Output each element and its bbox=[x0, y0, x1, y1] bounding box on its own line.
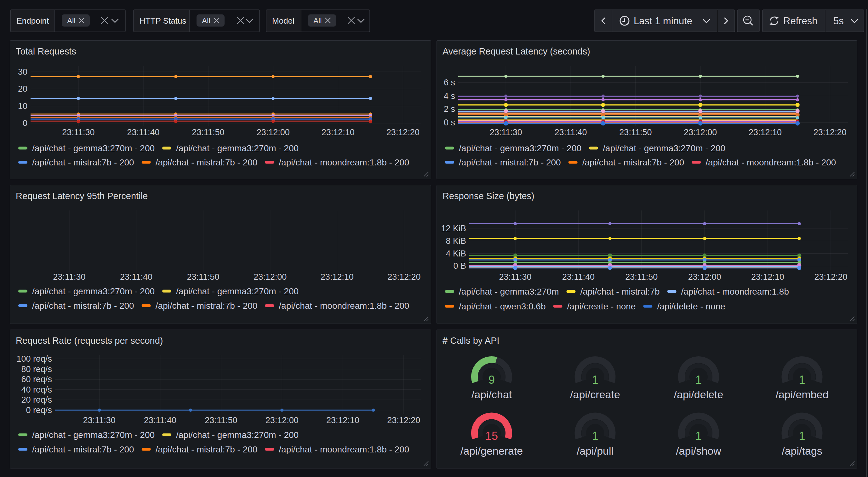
svg-text:/api/chat - gemma3:270m - 200: /api/chat - gemma3:270m - 200 bbox=[32, 430, 155, 440]
svg-text:0 s: 0 s bbox=[444, 118, 455, 127]
svg-text:1: 1 bbox=[592, 374, 598, 386]
svg-text:12 KiB: 12 KiB bbox=[441, 224, 466, 233]
svg-text:23:12:00: 23:12:00 bbox=[257, 128, 290, 137]
svg-text:/api/chat - gemma3:270m - 200: /api/chat - gemma3:270m - 200 bbox=[176, 430, 299, 440]
svg-text:5s: 5s bbox=[833, 16, 844, 27]
svg-text:/api/show: /api/show bbox=[676, 445, 721, 457]
svg-text:Average Request Latency (secon: Average Request Latency (seconds) bbox=[442, 46, 590, 56]
svg-text:23:11:50: 23:11:50 bbox=[205, 416, 237, 425]
svg-text:/api/chat - moondream:1.8b - 2: /api/chat - moondream:1.8b - 200 bbox=[279, 301, 409, 311]
svg-text:/api/chat - mistral:7b: /api/chat - mistral:7b bbox=[581, 287, 660, 296]
svg-text:23:12:20: 23:12:20 bbox=[387, 416, 420, 425]
svg-text:4 s: 4 s bbox=[444, 91, 455, 101]
svg-text:23:12:00: 23:12:00 bbox=[266, 416, 299, 425]
svg-text:1: 1 bbox=[799, 374, 805, 386]
svg-text:23:11:30: 23:11:30 bbox=[53, 272, 85, 282]
svg-text:15: 15 bbox=[485, 429, 498, 442]
svg-text:23:11:50: 23:11:50 bbox=[192, 128, 224, 137]
svg-text:23:12:20: 23:12:20 bbox=[388, 272, 421, 282]
svg-text:30: 30 bbox=[18, 67, 27, 77]
svg-text:23:11:50: 23:11:50 bbox=[619, 128, 652, 137]
svg-text:23:12:20: 23:12:20 bbox=[386, 128, 420, 137]
svg-text:23:11:30: 23:11:30 bbox=[499, 272, 531, 282]
svg-text:/api/chat - gemma3:270m: /api/chat - gemma3:270m bbox=[459, 287, 559, 296]
svg-text:/api/chat - gemma3:270m - 200: /api/chat - gemma3:270m - 200 bbox=[603, 143, 725, 153]
svg-text:20: 20 bbox=[18, 84, 27, 94]
svg-text:1: 1 bbox=[695, 374, 702, 386]
svg-text:23:11:40: 23:11:40 bbox=[127, 128, 159, 137]
svg-text:/api/embed: /api/embed bbox=[775, 388, 828, 400]
svg-text:Last 1 minute: Last 1 minute bbox=[634, 16, 692, 27]
svg-text:23:12:20: 23:12:20 bbox=[814, 272, 847, 282]
svg-text:/api/chat - mistral:7b - 200: /api/chat - mistral:7b - 200 bbox=[32, 301, 134, 311]
svg-text:23:11:30: 23:11:30 bbox=[490, 128, 522, 137]
svg-text:All: All bbox=[67, 17, 75, 25]
svg-text:0 req/s: 0 req/s bbox=[26, 406, 52, 415]
svg-text:23:12:00: 23:12:00 bbox=[253, 272, 287, 282]
svg-text:9: 9 bbox=[489, 374, 495, 386]
svg-text:40 req/s: 40 req/s bbox=[21, 385, 52, 394]
svg-text:# Calls by API: # Calls by API bbox=[442, 335, 499, 346]
svg-text:23:12:20: 23:12:20 bbox=[813, 128, 846, 137]
svg-text:80 req/s: 80 req/s bbox=[21, 364, 52, 374]
svg-text:/api/create - none: /api/create - none bbox=[567, 301, 636, 311]
svg-text:Request Latency 95th Percentil: Request Latency 95th Percentile bbox=[16, 191, 148, 201]
svg-text:Response Size (bytes): Response Size (bytes) bbox=[442, 191, 534, 201]
svg-text:8 KiB: 8 KiB bbox=[446, 236, 466, 246]
svg-text:/api/chat - gemma3:270m - 200: /api/chat - gemma3:270m - 200 bbox=[176, 287, 299, 296]
svg-text:23:12:10: 23:12:10 bbox=[751, 272, 784, 282]
svg-text:/api/chat - moondream:1.8b - 2: /api/chat - moondream:1.8b - 200 bbox=[279, 445, 409, 454]
svg-text:/api/chat - moondream:1.8b: /api/chat - moondream:1.8b bbox=[681, 287, 789, 296]
svg-text:23:12:00: 23:12:00 bbox=[684, 128, 717, 137]
svg-text:20 req/s: 20 req/s bbox=[21, 395, 52, 405]
svg-text:0: 0 bbox=[23, 118, 27, 128]
svg-text:/api/delete - none: /api/delete - none bbox=[657, 301, 725, 311]
svg-text:/api/chat - gemma3:270m - 200: /api/chat - gemma3:270m - 200 bbox=[32, 143, 155, 153]
svg-text:/api/chat - mistral:7b - 200: /api/chat - mistral:7b - 200 bbox=[156, 301, 258, 311]
svg-text:23:11:40: 23:11:40 bbox=[120, 272, 152, 282]
svg-text:23:11:40: 23:11:40 bbox=[562, 272, 595, 282]
svg-text:All: All bbox=[313, 17, 322, 25]
svg-text:/api/chat - mistral:7b - 200: /api/chat - mistral:7b - 200 bbox=[32, 445, 134, 454]
svg-text:23:11:40: 23:11:40 bbox=[555, 128, 587, 137]
svg-text:/api/chat - qwen3:0.6b: /api/chat - qwen3:0.6b bbox=[459, 301, 546, 311]
svg-text:All: All bbox=[202, 17, 210, 25]
svg-text:/api/chat - moondream:1.8b - 2: /api/chat - moondream:1.8b - 200 bbox=[279, 157, 409, 167]
svg-text:23:12:10: 23:12:10 bbox=[749, 128, 782, 137]
svg-text:Request Rate (requests per sec: Request Rate (requests per second) bbox=[16, 335, 163, 346]
svg-text:1: 1 bbox=[695, 429, 702, 442]
svg-text:/api/chat - moondream:1.8b - 2: /api/chat - moondream:1.8b - 200 bbox=[706, 157, 836, 167]
svg-text:4 KiB: 4 KiB bbox=[446, 249, 466, 258]
svg-text:/api/generate: /api/generate bbox=[461, 445, 523, 457]
svg-text:Endpoint: Endpoint bbox=[17, 16, 49, 26]
svg-text:1: 1 bbox=[592, 429, 598, 442]
svg-text:/api/chat - gemma3:270m - 200: /api/chat - gemma3:270m - 200 bbox=[459, 143, 581, 153]
svg-text:/api/chat - mistral:7b - 200: /api/chat - mistral:7b - 200 bbox=[156, 157, 258, 167]
svg-text:/api/create: /api/create bbox=[570, 388, 620, 400]
svg-text:Model: Model bbox=[272, 16, 294, 26]
svg-text:23:11:50: 23:11:50 bbox=[625, 272, 658, 282]
svg-text:/api/chat - gemma3:270m - 200: /api/chat - gemma3:270m - 200 bbox=[32, 287, 155, 296]
svg-text:0 B: 0 B bbox=[453, 261, 466, 271]
svg-text:23:12:10: 23:12:10 bbox=[321, 128, 354, 137]
svg-text:23:11:40: 23:11:40 bbox=[144, 416, 176, 425]
svg-text:/api/chat - mistral:7b - 200: /api/chat - mistral:7b - 200 bbox=[582, 157, 684, 167]
svg-text:60 req/s: 60 req/s bbox=[21, 375, 52, 384]
svg-text:23:12:10: 23:12:10 bbox=[326, 416, 359, 425]
svg-text:100 req/s: 100 req/s bbox=[17, 354, 52, 364]
svg-text:23:12:00: 23:12:00 bbox=[688, 272, 721, 282]
svg-text:2 s: 2 s bbox=[444, 104, 455, 114]
svg-text:/api/chat - mistral:7b - 200: /api/chat - mistral:7b - 200 bbox=[32, 157, 134, 167]
svg-text:6 s: 6 s bbox=[444, 78, 455, 87]
svg-text:Refresh: Refresh bbox=[783, 16, 817, 27]
svg-text:23:12:10: 23:12:10 bbox=[321, 272, 354, 282]
svg-text:/api/chat - mistral:7b - 200: /api/chat - mistral:7b - 200 bbox=[459, 157, 561, 167]
svg-text:10: 10 bbox=[18, 101, 27, 111]
svg-text:23:11:30: 23:11:30 bbox=[62, 128, 94, 137]
svg-text:/api/chat: /api/chat bbox=[471, 388, 512, 400]
svg-text:/api/chat - mistral:7b - 200: /api/chat - mistral:7b - 200 bbox=[156, 445, 258, 454]
svg-text:/api/delete: /api/delete bbox=[674, 388, 723, 400]
svg-text:/api/pull: /api/pull bbox=[577, 445, 614, 457]
svg-text:1: 1 bbox=[799, 429, 805, 442]
svg-text:HTTP Status: HTTP Status bbox=[140, 16, 186, 26]
